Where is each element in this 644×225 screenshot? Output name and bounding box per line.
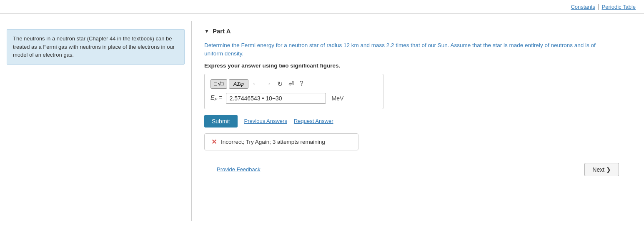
part-title: Part A <box>213 28 231 35</box>
greek-button[interactable]: ΑΣφ <box>229 79 248 89</box>
formula-icon: □ <box>214 81 217 87</box>
incorrect-message: Incorrect; Try Again; 3 attempts remaini… <box>221 139 325 145</box>
sidebar-description-box: The neutrons in a neutron star (Chapter … <box>7 29 185 65</box>
toolbar: □ √□ ΑΣφ ← → ↻ ⏎ ? <box>210 79 377 89</box>
content-area: ▼ Part A Determine the Fermi energy for … <box>192 21 644 221</box>
next-button[interactable]: Next ❯ <box>584 163 619 176</box>
formula-button[interactable]: □ √□ <box>210 79 227 89</box>
express-instruction: Express your answer using two significan… <box>204 62 631 69</box>
bottom-bar: Provide Feedback Next ❯ <box>204 163 631 176</box>
constants-link[interactable]: Constants <box>571 4 595 10</box>
top-bar: Constants | Periodic Table <box>0 0 644 14</box>
collapse-arrow-icon[interactable]: ▼ <box>204 28 209 34</box>
submit-button[interactable]: Submit <box>204 115 238 128</box>
provide-feedback-button[interactable]: Provide Feedback <box>217 166 261 172</box>
separator: | <box>598 3 599 10</box>
greek-label: ΑΣφ <box>233 81 244 87</box>
answer-input[interactable] <box>226 93 326 104</box>
formula-sqrt-icon: √□ <box>218 81 224 87</box>
periodic-table-link[interactable]: Periodic Table <box>602 4 636 10</box>
request-answer-button[interactable]: Request Answer <box>294 118 333 124</box>
part-header: ▼ Part A <box>204 28 631 35</box>
help-button[interactable]: ? <box>298 79 306 88</box>
answer-row: EF = MeV <box>210 93 377 104</box>
question-text: Determine the Fermi energy for a neutron… <box>204 41 600 58</box>
keyboard-button[interactable]: ⏎ <box>286 79 296 89</box>
sidebar: The neutrons in a neutron star (Chapter … <box>0 21 192 221</box>
answer-label: EF = <box>210 94 223 102</box>
submit-row: Submit Previous Answers Request Answer <box>204 115 631 128</box>
undo-button[interactable]: ← <box>250 79 261 88</box>
redo-button[interactable]: → <box>263 79 273 88</box>
x-icon: ✕ <box>211 138 217 146</box>
answer-box: □ √□ ΑΣφ ← → ↻ ⏎ ? EF = MeV <box>204 74 383 109</box>
reset-button[interactable]: ↻ <box>275 79 285 89</box>
sidebar-text: The neutrons in a neutron star (Chapter … <box>13 35 175 58</box>
main-layout: The neutrons in a neutron star (Chapter … <box>0 21 644 221</box>
incorrect-box: ✕ Incorrect; Try Again; 3 attempts remai… <box>204 133 358 150</box>
previous-answers-button[interactable]: Previous Answers <box>244 118 287 124</box>
answer-unit: MeV <box>332 95 344 102</box>
